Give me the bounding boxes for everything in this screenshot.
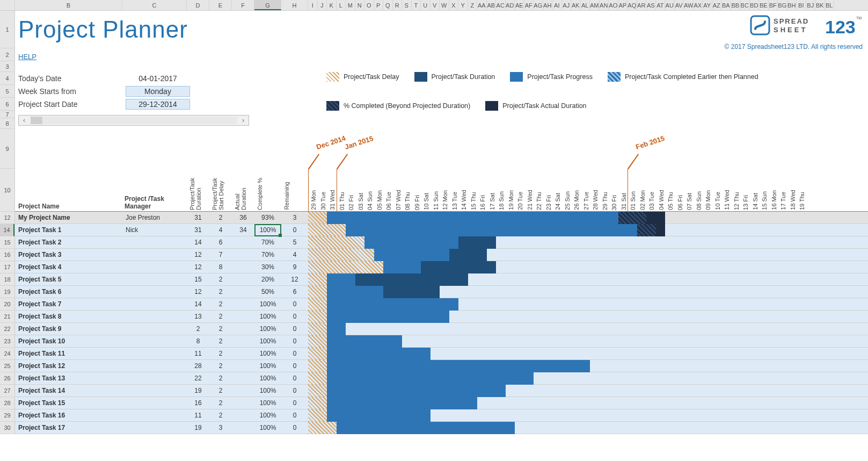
cell[interactable]: 100% — [254, 226, 281, 234]
column-header-AU[interactable]: AU — [665, 0, 675, 10]
cell[interactable]: 31 — [187, 214, 209, 221]
cell[interactable]: 2 — [209, 300, 232, 308]
cell[interactable]: 12 — [281, 276, 308, 283]
column-header-BB[interactable]: BB — [731, 0, 741, 10]
row-header-4[interactable]: 4 — [0, 72, 14, 85]
column-header-AO[interactable]: AO — [609, 0, 618, 10]
cell[interactable]: 12 — [187, 288, 209, 296]
row-header-16[interactable]: 16 — [0, 249, 14, 261]
cell[interactable]: 3 — [209, 424, 232, 431]
cell[interactable]: 0 — [281, 387, 308, 394]
cell[interactable]: 4 — [281, 251, 308, 258]
row-header-8[interactable]: 8 — [0, 118, 14, 129]
column-header-T[interactable]: T — [412, 0, 421, 10]
column-header-AL[interactable]: AL — [581, 0, 590, 10]
column-header-BA[interactable]: BA — [721, 0, 731, 10]
column-header-V[interactable]: V — [431, 0, 440, 10]
column-header-Y[interactable]: Y — [458, 0, 468, 10]
column-header-P[interactable]: P — [374, 0, 384, 10]
cell[interactable]: 2 — [209, 288, 232, 296]
row-header-15[interactable]: 15 — [0, 236, 14, 249]
row-header-12[interactable]: 12 — [0, 212, 14, 224]
row-header-25[interactable]: 25 — [0, 360, 14, 372]
cell[interactable]: Project Task 10 — [15, 337, 122, 345]
cell[interactable]: 14 — [187, 239, 209, 246]
cell[interactable]: Project Task 16 — [15, 412, 122, 419]
column-header-BL[interactable]: BL — [825, 0, 835, 10]
column-header-AK[interactable]: AK — [571, 0, 581, 10]
column-header-BJ[interactable]: BJ — [806, 0, 816, 10]
column-header-AT[interactable]: AT — [656, 0, 666, 10]
row-header-10[interactable]: 10 — [0, 169, 14, 212]
cell[interactable]: 3 — [281, 214, 308, 221]
cell[interactable]: Joe Preston — [122, 214, 187, 221]
column-header-W[interactable]: W — [440, 0, 449, 10]
cell[interactable]: 15 — [187, 276, 209, 283]
column-header-AM[interactable]: AM — [590, 0, 600, 10]
cell[interactable]: Project Task 5 — [15, 276, 122, 283]
column-header-F[interactable]: F — [232, 0, 254, 10]
cell[interactable]: 100% — [254, 313, 281, 320]
row-header-6[interactable]: 6 — [0, 98, 14, 111]
cell[interactable]: 0 — [281, 350, 308, 357]
column-header-I[interactable]: I — [308, 0, 318, 10]
table-row[interactable]: Project Task 16112100%0 — [15, 409, 868, 422]
cell[interactable]: 0 — [281, 399, 308, 407]
cell[interactable]: Project Task 14 — [15, 387, 122, 394]
column-header-BC[interactable]: BC — [740, 0, 750, 10]
cell[interactable]: 4 — [209, 226, 232, 234]
start-date-value[interactable]: 29-12-2014 — [126, 99, 190, 110]
cell[interactable]: 70% — [254, 239, 281, 246]
cell[interactable]: Project Task 15 — [15, 399, 122, 407]
help-link[interactable]: HELP — [18, 53, 37, 61]
cell[interactable]: 36 — [232, 214, 254, 221]
cell[interactable]: 11 — [187, 350, 209, 357]
cell[interactable]: 0 — [281, 226, 308, 234]
cell[interactable]: Project Task 9 — [15, 325, 122, 333]
column-header-Z[interactable]: Z — [468, 0, 478, 10]
cell[interactable]: 0 — [281, 325, 308, 333]
column-header-AW[interactable]: AW — [684, 0, 694, 10]
row-header-14[interactable]: 14 — [0, 224, 14, 236]
column-header-AS[interactable]: AS — [646, 0, 656, 10]
cell[interactable]: 100% — [254, 337, 281, 345]
cell[interactable]: 13 — [187, 313, 209, 320]
column-header-K[interactable]: K — [327, 0, 337, 10]
column-header-S[interactable]: S — [402, 0, 412, 10]
cell[interactable]: Project Task 2 — [15, 239, 122, 246]
row-header-27[interactable]: 27 — [0, 385, 14, 397]
column-header-BE[interactable]: BE — [759, 0, 769, 10]
cell[interactable]: Project Task 3 — [15, 251, 122, 258]
cell[interactable]: Project Task 17 — [15, 424, 122, 431]
column-header-D[interactable]: D — [187, 0, 209, 10]
column-header-BF[interactable]: BF — [769, 0, 778, 10]
row-header-30[interactable]: 30 — [0, 422, 14, 434]
column-header-J[interactable]: J — [318, 0, 327, 10]
cell[interactable]: 0 — [281, 300, 308, 308]
cell[interactable]: 100% — [254, 387, 281, 394]
column-header-E[interactable]: E — [209, 0, 232, 10]
cell[interactable]: 2 — [209, 313, 232, 320]
cell[interactable]: 0 — [281, 412, 308, 419]
row-header-29[interactable]: 29 — [0, 409, 14, 422]
cell[interactable]: 0 — [281, 374, 308, 382]
cell[interactable]: Project Task 13 — [15, 374, 122, 382]
row-header-23[interactable]: 23 — [0, 335, 14, 348]
column-header-AH[interactable]: AH — [543, 0, 553, 10]
cell[interactable]: 14 — [187, 300, 209, 308]
cell[interactable]: 0 — [281, 337, 308, 345]
table-row[interactable]: Project Task 922100%0 — [15, 323, 868, 335]
row-header-17[interactable]: 17 — [0, 261, 14, 273]
row-header-9[interactable]: 9 — [0, 129, 14, 169]
row-header-3[interactable]: 3 — [0, 61, 14, 72]
row-header-18[interactable]: 18 — [0, 273, 14, 286]
cell[interactable]: 100% — [254, 300, 281, 308]
column-header-AJ[interactable]: AJ — [562, 0, 572, 10]
cell[interactable]: 8 — [209, 263, 232, 271]
cell[interactable]: 19 — [187, 424, 209, 431]
cell[interactable]: 2 — [209, 214, 232, 221]
cell[interactable]: 31 — [187, 226, 209, 234]
cell[interactable]: Project Task 8 — [15, 313, 122, 320]
column-header-BD[interactable]: BD — [750, 0, 760, 10]
cell[interactable]: 5 — [281, 239, 308, 246]
